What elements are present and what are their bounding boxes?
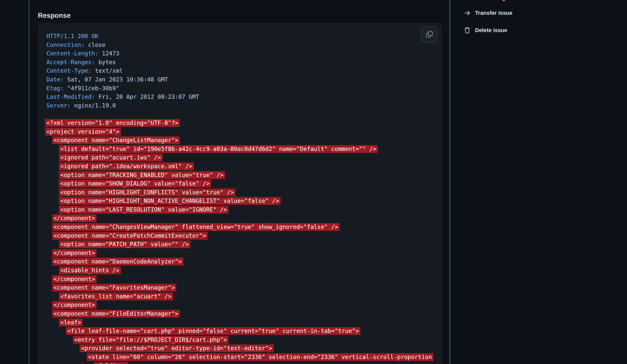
copy-icon: [425, 30, 434, 39]
content-left-border: [29, 0, 29, 364]
code-line: <component name="FavoritesManager">: [46, 283, 442, 292]
code-line: <option name="PATCH_PATH" value="" />: [46, 240, 442, 249]
code-line: <option name="LAST_RESOLUTION" value="IG…: [46, 205, 442, 214]
code-content: HTTP/1.1 200 OKConnection: closeContent-…: [46, 32, 442, 364]
code-line: <file leaf-file-name="cart.php" pinned="…: [46, 327, 442, 335]
code-line: <component name="DaemonCodeAnalyzer">: [46, 257, 442, 266]
transfer-issue-label: Transfer issue: [475, 10, 512, 16]
code-line: <ignored path=".idea/workspace.xml" />: [46, 162, 442, 171]
code-line: Etag: "4f911ceb-30b9": [46, 84, 442, 93]
arrow-right-icon: [463, 10, 471, 17]
code-line: Accept-Ranges: bytes: [46, 58, 442, 67]
code-line: Content-Type: text/xml: [46, 66, 442, 75]
code-line: <project version="4">: [46, 127, 442, 136]
page: Response HTTP/1.1 200 OKConnection: clos…: [0, 0, 627, 364]
code-line: HTTP/1.1 200 OK: [46, 32, 442, 41]
content-right-border: [449, 0, 450, 364]
response-section-title: Response: [38, 12, 71, 20]
code-line: <state line="60" column="26" selection-s…: [46, 353, 442, 361]
delete-issue-label: Delete issue: [475, 27, 507, 34]
code-line: <folding>: [46, 361, 442, 364]
code-line: <component name="ChangesViewManager" fla…: [46, 223, 442, 231]
code-line: <component name="CreatePatchCommitExecut…: [46, 231, 442, 240]
code-line: Last-Modified: Fri, 20 Apr 2012 08:23:07…: [46, 93, 442, 101]
clipped-element-sliver: [503, 0, 505, 1]
code-line: Date: Sat, 07 Jan 2023 10:36:48 GMT: [46, 75, 442, 84]
code-line: </component>: [46, 301, 442, 309]
trash-icon: [463, 27, 471, 34]
code-line: <component name="FileEditorManager">: [46, 309, 442, 318]
code-line: <provider selected="true" editor-type-id…: [46, 344, 442, 353]
code-line: <option name="HIGHLIGHT_NON_ACTIVE_CHANG…: [46, 197, 442, 205]
code-line: <list default="true" id="190e5f86-a42c-4…: [46, 145, 442, 153]
code-line: </component>: [46, 249, 442, 257]
code-line: <ignored path="acuart.iws" />: [46, 153, 442, 162]
code-line: <leaf>: [46, 318, 442, 327]
code-line: <disable_hints />: [46, 266, 442, 275]
code-line: <?xml version="1.0" encoding="UTF-8"?>: [46, 119, 442, 127]
code-line: <component name="ChangeListManager">: [46, 136, 442, 145]
code-line: Connection: close: [46, 41, 442, 49]
code-line: [46, 110, 442, 119]
code-line: Server: nginx/1.19.0: [46, 101, 442, 110]
code-line: Content-Length: 12473: [46, 49, 442, 58]
issue-actions-sidebar: Transfer issue Delete issue: [463, 8, 604, 42]
code-line: <option name="HIGHLIGHT_CONFLICTS" value…: [46, 188, 442, 197]
http-response-code-block: HTTP/1.1 200 OKConnection: closeContent-…: [38, 23, 442, 364]
code-line: <option name="SHOW_DIALOG" value="false"…: [46, 179, 442, 188]
delete-issue-button[interactable]: Delete issue: [463, 25, 604, 36]
code-line: <option name="TRACKING_ENABLED" value="t…: [46, 171, 442, 179]
transfer-issue-button[interactable]: Transfer issue: [463, 8, 604, 19]
copy-button[interactable]: [421, 26, 438, 43]
code-line: </component>: [46, 275, 442, 284]
code-line: <favorites_list name="acuart" />: [46, 292, 442, 301]
code-line: <entry file="file://$PROJECT_DIR$/cart.p…: [46, 335, 442, 344]
code-line: </component>: [46, 214, 442, 223]
